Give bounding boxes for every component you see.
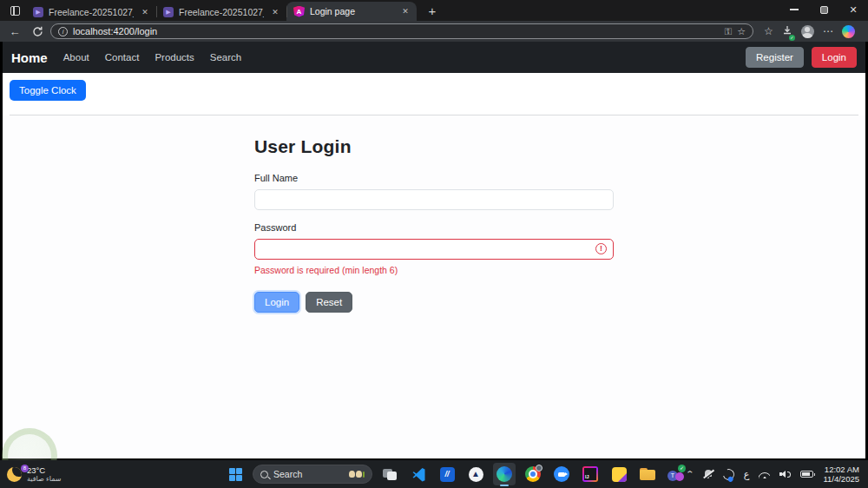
hidden-icons-chevron[interactable]: ⌃ [686,470,695,478]
password-error-message: Password is required (min length 6) [254,265,614,275]
tab-close-icon[interactable]: ✕ [399,5,411,17]
clock-time: 12:02 AM [823,465,859,474]
start-button[interactable] [224,463,247,485]
slashes-app-icon: // [440,467,455,482]
profile-avatar[interactable] [801,25,814,38]
nav-link-contact[interactable]: Contact [105,52,140,63]
chrome-profile-badge [536,465,542,472]
chrome-app[interactable] [522,463,544,485]
url-text[interactable]: localhost:4200/login [73,26,720,36]
task-view-icon [383,469,397,480]
error-exclaim-icon: ! [595,243,607,254]
tab-title: Freelance-20251027_093740-Mee [49,7,134,17]
site-info-icon[interactable]: i [58,27,68,36]
navbar-brand-home[interactable]: Home [11,50,48,65]
bookmark-star-icon[interactable]: ☆ [737,26,746,37]
search-icon [260,471,268,478]
teams-icon: T✓ [667,466,685,482]
site-navbar: Home About Contact Products Search Regis… [3,42,865,73]
page-title: User Login [254,136,614,157]
volume-icon[interactable] [779,470,791,478]
reload-button[interactable] [28,26,47,37]
files-app-icon [612,467,627,482]
task-view-button[interactable] [378,463,401,485]
downloads-icon[interactable]: ✓ [782,25,792,38]
rocket-app[interactable]: ▲ [464,463,487,485]
weather-description: سماء صافية [27,475,62,483]
bookmarks-list-icon[interactable]: ☆ [764,25,773,37]
intellij-app[interactable]: IJ [579,463,602,485]
tab-title: Login page [310,6,394,16]
full-name-label: Full Name [254,173,614,183]
browser-tab-strip: ▶ Freelance-20251027_093740-Mee ✕ ▶ Free… [0,0,868,21]
weather-temperature: 23°C [27,465,62,475]
login-form: User Login Full Name Password ! Password… [254,136,614,313]
toggle-clock-button[interactable]: Toggle Clock [10,80,86,101]
battery-icon[interactable] [800,471,813,478]
browser-tab-active[interactable]: A Login page ✕ [286,2,417,21]
taskbar-clock[interactable]: 12:02 AM 11/4/2025 [823,465,859,484]
slashes-app[interactable]: // [436,463,458,485]
tab-close-icon[interactable]: ✕ [269,6,281,18]
address-bar[interactable]: i localhost:4200/login ⚿ ☆ [50,23,753,39]
vscode-app[interactable] [407,463,430,485]
moon-weather-icon [7,467,22,482]
toolbar-actions: ☆ ✓ ⋯ [764,25,855,38]
edge-icon [496,466,512,482]
search-label: Search [273,469,344,479]
browser-tab-2[interactable]: ▶ Freelance-20251027_093740-Mee ✕ [156,3,286,21]
taskbar-center-icons: Search // ▲ IJ T✓ [224,460,687,488]
window-close-button[interactable]: ✕ [838,0,868,19]
password-input[interactable] [254,239,614,260]
password-manager-icon[interactable]: ⚿ [725,26,732,37]
zoom-app[interactable] [550,463,573,485]
web-page: Home About Contact Products Search Regis… [3,42,865,458]
taskbar-search-box[interactable]: Search [253,465,372,484]
windows-logo-icon [229,468,242,481]
notifications-off-icon[interactable] [703,469,713,479]
tab-title: Freelance-20251027_093740-Mee [179,7,264,17]
browser-tab-1[interactable]: ▶ Freelance-20251027_093740-Mee ✕ [26,3,156,21]
nav-link-products[interactable]: Products [155,52,194,63]
register-button[interactable]: Register [746,47,804,68]
reset-button[interactable]: Reset [306,292,352,313]
window-restore-button[interactable] [809,0,838,19]
nav-link-about[interactable]: About [63,52,89,63]
tab-close-icon[interactable]: ✕ [139,6,151,18]
system-tray: ⌃ ع 12:02 AM 11/4/2025 [687,465,868,484]
nav-link-search[interactable]: Search [210,52,241,63]
password-label: Password [254,222,614,233]
sub-header: Toggle Clock [3,73,865,115]
edge-app-active[interactable] [493,463,516,485]
wifi-icon[interactable] [759,470,770,478]
files-app[interactable] [608,463,630,485]
teams-app[interactable]: T✓ [665,463,687,485]
stream-video-favicon: ▶ [33,7,43,17]
back-button[interactable]: ← [5,25,24,38]
weather-widget[interactable]: 8 23°C سماء صافية [0,465,104,483]
language-indicator[interactable]: ع [744,469,750,480]
intellij-icon: IJ [582,466,598,482]
divider [10,115,858,115]
chrome-icon [525,466,541,482]
full-name-input[interactable] [254,189,614,210]
new-tab-button[interactable]: + [424,3,441,18]
sync-update-icon[interactable] [723,469,734,480]
clock-date: 11/4/2025 [823,474,859,484]
tab-search-icon[interactable] [5,2,24,19]
login-nav-button[interactable]: Login [812,47,857,68]
file-explorer-app[interactable] [636,463,659,485]
browser-menu-icon[interactable]: ⋯ [823,25,833,37]
copilot-icon[interactable] [842,25,855,38]
download-complete-badge: ✓ [789,35,795,41]
window-minimize-button[interactable] [779,0,809,19]
login-submit-button[interactable]: Login [254,292,299,313]
weather-badge: 8 [21,465,29,472]
stream-video-favicon: ▶ [163,7,174,17]
search-daily-image [349,471,365,478]
angular-favicon: A [293,6,305,17]
browser-toolbar: ← i localhost:4200/login ⚿ ☆ ☆ ✓ ⋯ [0,21,868,42]
window-controls: ✕ [779,0,868,19]
rocket-app-icon: ▲ [469,467,483,482]
zoom-icon [554,466,569,482]
